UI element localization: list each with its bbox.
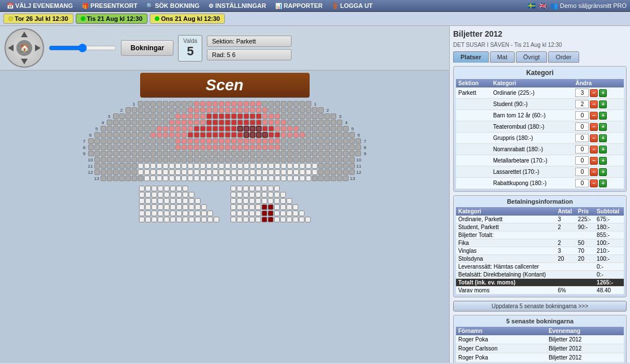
seat[interactable]: [206, 169, 212, 175]
seat[interactable]: [331, 120, 336, 125]
seat[interactable]: [275, 126, 280, 131]
seat[interactable]: [318, 132, 324, 138]
seat[interactable]: [306, 101, 311, 107]
bokningar-button[interactable]: Bokningar: [121, 40, 173, 56]
seat[interactable]: [293, 132, 299, 138]
seat[interactable]: [200, 163, 206, 169]
seat[interactable]: [170, 217, 176, 222]
seat[interactable]: [268, 132, 274, 138]
stepper-plus[interactable]: +: [599, 89, 607, 97]
seat[interactable]: [169, 138, 175, 144]
seat[interactable]: [343, 176, 349, 181]
seat[interactable]: [255, 217, 261, 222]
seat[interactable]: [337, 144, 342, 150]
seat[interactable]: [262, 144, 268, 150]
stepper-plus[interactable]: +: [599, 112, 607, 120]
seat[interactable]: [132, 151, 137, 156]
seat[interactable]: [163, 132, 168, 138]
seat[interactable]: [250, 107, 255, 113]
seat[interactable]: [119, 157, 125, 163]
seat[interactable]: [181, 144, 187, 150]
seat[interactable]: [305, 217, 311, 222]
seat[interactable]: [212, 138, 218, 144]
seat[interactable]: [268, 113, 274, 119]
seat[interactable]: [225, 113, 231, 119]
seat[interactable]: [231, 176, 237, 181]
seat[interactable]: [119, 113, 125, 119]
seat[interactable]: [188, 113, 193, 119]
seat[interactable]: [262, 113, 268, 119]
seat[interactable]: [237, 120, 243, 125]
seat[interactable]: [312, 151, 318, 156]
seat[interactable]: [188, 126, 193, 131]
seat[interactable]: [157, 138, 162, 144]
seat[interactable]: [163, 163, 168, 169]
stepper-plus[interactable]: +: [599, 168, 607, 176]
seat[interactable]: [107, 176, 112, 181]
seat[interactable]: [256, 132, 262, 138]
seat[interactable]: [293, 157, 299, 163]
seat[interactable]: [139, 192, 145, 198]
seat[interactable]: [200, 120, 206, 125]
seat[interactable]: [157, 132, 162, 138]
compass-right-icon[interactable]: [35, 45, 41, 51]
seat[interactable]: [268, 176, 274, 181]
seat[interactable]: [188, 169, 193, 175]
seat[interactable]: [256, 107, 262, 113]
seat[interactable]: [250, 101, 255, 107]
seat[interactable]: [183, 192, 188, 198]
seat[interactable]: [212, 163, 218, 169]
seat[interactable]: [250, 144, 255, 150]
seat[interactable]: [150, 151, 156, 156]
seat[interactable]: [262, 132, 268, 138]
seat[interactable]: [250, 163, 255, 169]
seat[interactable]: [262, 126, 268, 131]
seat[interactable]: [113, 132, 119, 138]
seat[interactable]: [139, 186, 145, 191]
stepper-plus[interactable]: +: [599, 146, 607, 154]
seat[interactable]: [113, 163, 119, 169]
seat[interactable]: [281, 176, 286, 181]
seat[interactable]: [231, 163, 237, 169]
seat[interactable]: [169, 132, 175, 138]
seat[interactable]: [244, 163, 249, 169]
seat[interactable]: [299, 144, 305, 150]
seat[interactable]: [237, 176, 243, 181]
seat[interactable]: [150, 132, 156, 138]
seat[interactable]: [306, 176, 311, 181]
seat[interactable]: [293, 169, 299, 175]
seat[interactable]: [331, 157, 336, 163]
seat[interactable]: [194, 157, 199, 163]
seat[interactable]: [268, 217, 273, 222]
seat[interactable]: [280, 204, 286, 210]
seat[interactable]: [343, 169, 349, 175]
seat[interactable]: [101, 163, 106, 169]
seat[interactable]: [194, 176, 199, 181]
seat[interactable]: [312, 132, 318, 138]
seat[interactable]: [299, 126, 305, 131]
seat[interactable]: [194, 113, 199, 119]
stepper-minus[interactable]: −: [590, 157, 598, 165]
seat[interactable]: [144, 126, 150, 131]
seat[interactable]: [219, 163, 224, 169]
seat[interactable]: [150, 101, 156, 107]
seat[interactable]: [299, 138, 305, 144]
stepper-minus[interactable]: −: [590, 89, 598, 97]
seat[interactable]: [231, 192, 236, 198]
seat[interactable]: [139, 198, 145, 204]
stepper-minus[interactable]: −: [590, 168, 598, 176]
seat[interactable]: [237, 198, 242, 204]
seat[interactable]: [139, 204, 145, 210]
seat[interactable]: [150, 107, 156, 113]
seat[interactable]: [349, 163, 355, 169]
seat[interactable]: [231, 132, 237, 138]
seat[interactable]: [125, 144, 131, 150]
seat[interactable]: [138, 138, 144, 144]
update-bookings-button[interactable]: Uppdatera 5 senaste bokningarna >>>: [453, 301, 627, 312]
seat[interactable]: [188, 107, 193, 113]
seat[interactable]: [138, 176, 144, 181]
seat[interactable]: [331, 151, 336, 156]
seat[interactable]: [94, 132, 100, 138]
seat[interactable]: [343, 132, 349, 138]
seat[interactable]: [125, 113, 131, 119]
